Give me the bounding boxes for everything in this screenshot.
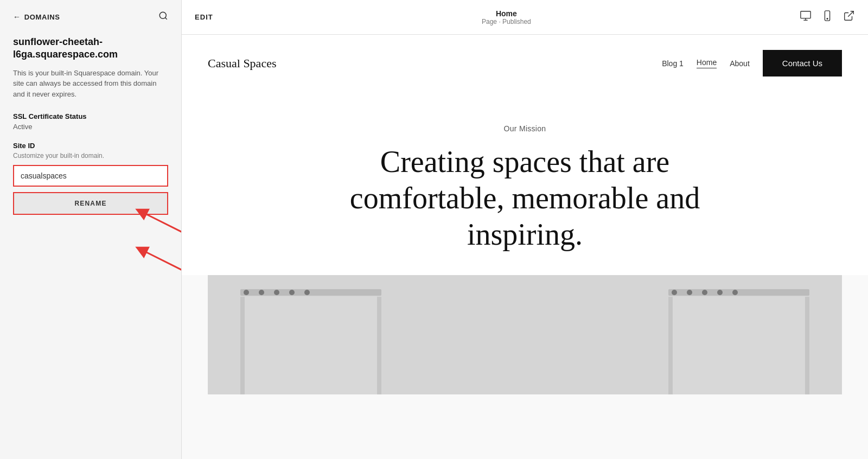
ring (702, 290, 707, 295)
site-id-input[interactable] (13, 165, 168, 187)
curtain-rod-left (240, 289, 381, 296)
domain-title: sunflower-cheetah-l6ga.squarespace.com (13, 36, 168, 61)
rename-button-wrapper: RENAME (13, 192, 168, 215)
mobile-view-icon[interactable] (821, 10, 833, 24)
nav-link-home[interactable]: Home (697, 58, 717, 68)
desktop-view-icon[interactable] (800, 10, 812, 24)
topbar-icons (800, 10, 855, 24)
ring (732, 290, 738, 295)
external-link-icon[interactable] (843, 10, 855, 24)
site-id-hint: Customize your built-in domain. (13, 152, 168, 160)
ring (717, 290, 723, 295)
domain-description: This is your built-in Squarespace domain… (13, 68, 168, 100)
curtain-right (668, 289, 809, 394)
rename-button[interactable]: RENAME (13, 192, 168, 215)
editor-topbar: EDIT Home Page · Published (182, 0, 868, 35)
site-nav: Casual Spaces Blog 1 Home About Contact … (182, 35, 868, 92)
curtain-scene (208, 275, 842, 394)
hero-title: Creating spaces that are comfortable, me… (335, 144, 715, 253)
svg-line-1 (165, 17, 167, 19)
editor-area: EDIT Home Page · Published Casual Spaces… (182, 0, 868, 459)
back-arrow-icon: ← (13, 12, 21, 21)
ssl-certificate-label: SSL Certificate Status (13, 112, 168, 120)
hero-label: Our Mission (208, 124, 842, 133)
ring (687, 290, 692, 295)
svg-rect-7 (801, 11, 810, 18)
ring (244, 290, 249, 295)
ring (304, 290, 310, 295)
website-preview: Casual Spaces Blog 1 Home About Contact … (182, 35, 868, 459)
sidebar-header: ← DOMAINS (13, 11, 168, 23)
page-info: Home Page · Published (482, 9, 531, 25)
curtain-fabric-right (668, 297, 809, 394)
ring (259, 290, 264, 295)
annotation-arrows: 1 2 (130, 206, 182, 315)
page-name: Home (482, 9, 531, 18)
nav-link-about[interactable]: About (730, 59, 750, 68)
nav-cta-button[interactable]: Contact Us (763, 50, 842, 76)
ring (274, 290, 279, 295)
ring (672, 290, 677, 295)
nav-link-blog1[interactable]: Blog 1 (662, 59, 684, 68)
sidebar: ← DOMAINS sunflower-cheetah-l6ga.squares… (0, 0, 182, 459)
ssl-certificate-value: Active (13, 123, 168, 131)
site-id-label: Site ID (13, 142, 168, 150)
site-nav-links: Blog 1 Home About Contact Us (662, 50, 842, 76)
svg-point-11 (827, 18, 828, 20)
site-id-input-wrapper (13, 165, 168, 192)
edit-button[interactable]: EDIT (195, 13, 213, 21)
svg-point-0 (159, 12, 166, 18)
ring (289, 290, 295, 295)
curtain-fabric-left (240, 297, 381, 394)
back-link[interactable]: ← DOMAINS (13, 12, 60, 21)
curtain-rod-right (668, 289, 809, 296)
site-hero: Our Mission Creating spaces that are com… (182, 92, 868, 275)
page-status: Page · Published (482, 18, 531, 25)
back-label: DOMAINS (24, 13, 60, 21)
site-image-section (208, 275, 842, 394)
site-logo: Casual Spaces (208, 56, 276, 71)
curtain-left (240, 289, 381, 394)
search-button[interactable] (158, 11, 168, 23)
svg-line-12 (848, 11, 853, 17)
svg-line-5 (141, 250, 182, 271)
